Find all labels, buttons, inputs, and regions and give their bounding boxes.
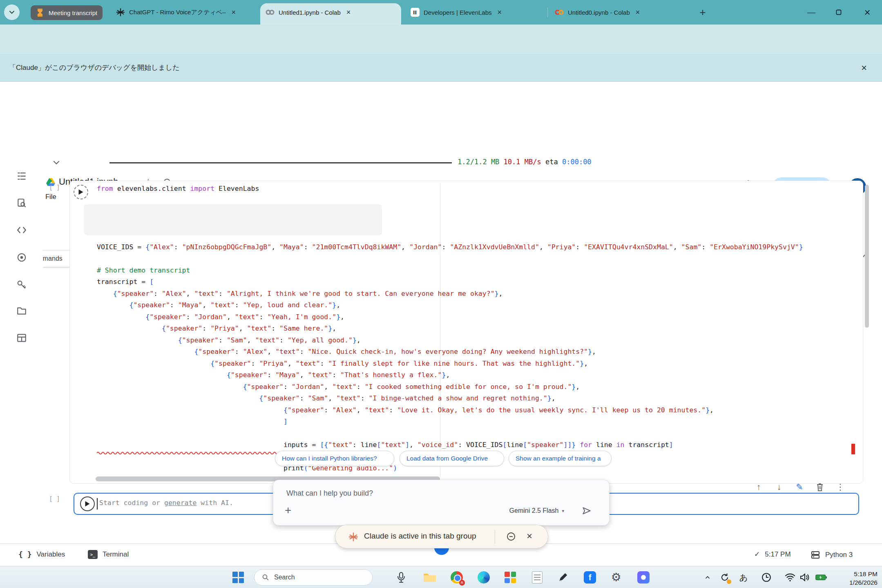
cell-bracket: [ ] xyxy=(49,184,60,191)
tab-title: Untitled1.ipynb - Colab xyxy=(279,9,341,16)
code-snippets-icon[interactable] xyxy=(16,225,27,235)
browser-tab-5[interactable]: Untitled0.ipynb - Colab× xyxy=(555,0,686,25)
new-cell-placeholder[interactable]: Start coding or generate with AI. xyxy=(99,499,233,507)
ai-attach-button[interactable]: + xyxy=(285,504,291,517)
debug-close-icon[interactable]: × xyxy=(861,62,867,74)
delete-cell-button[interactable] xyxy=(815,482,825,492)
settings-app-icon[interactable]: ⚙ xyxy=(609,570,623,584)
kernel-label: Python 3 xyxy=(825,551,853,559)
taskbar-search[interactable]: Search xyxy=(254,569,373,586)
notepad-icon[interactable] xyxy=(530,570,544,584)
wifi-icon[interactable] xyxy=(784,572,796,583)
chat-bubble-icon[interactable] xyxy=(506,532,516,541)
window-minimize-button[interactable]: — xyxy=(802,0,821,25)
error-marker xyxy=(851,444,855,454)
find-replace-icon[interactable] xyxy=(16,198,27,208)
media-app-icon[interactable] xyxy=(636,570,650,584)
microphone-icon[interactable] xyxy=(394,570,408,584)
suggestion-chip[interactable]: Show an example of training a xyxy=(509,451,612,466)
maximize-icon xyxy=(836,9,842,15)
tray-chevron-icon[interactable] xyxy=(702,572,713,583)
toc-icon[interactable] xyxy=(16,171,27,181)
windows-start-button[interactable] xyxy=(231,570,245,584)
clock-app-tray-icon[interactable] xyxy=(761,572,772,583)
tab-close-icon[interactable]: × xyxy=(232,9,236,16)
code-line: inputs = [{"text": line["text"], "voice_… xyxy=(97,439,803,451)
taskbar-clock[interactable]: 5:18 PM 1/26/2026 xyxy=(829,570,878,587)
move-cell-down-button[interactable]: ↓ xyxy=(774,482,784,492)
tab-title: Developers | ElevenLabs xyxy=(424,9,492,16)
suggestion-chip[interactable]: How can I install Python libraries? xyxy=(275,451,394,466)
file-explorer-icon[interactable] xyxy=(422,570,436,584)
code-editor[interactable]: from elevenlabs.client import ElevenLabs… xyxy=(97,183,803,474)
ai-prompt-box[interactable]: What can I help you build? + Gemini 2.5 … xyxy=(273,480,610,525)
tab-title: ChatGPT - Rimo Voiceアクティベ– xyxy=(129,9,226,16)
files-icon[interactable] xyxy=(16,306,27,316)
browser-tab-1[interactable]: Meeting transcript xyxy=(31,5,103,20)
code-line xyxy=(97,195,803,207)
send-prompt-button[interactable] xyxy=(581,505,592,516)
code-line: VOICE_IDS = {"Alex": "pNInz6obpgDQGcFmaJ… xyxy=(97,241,803,253)
volume-icon[interactable] xyxy=(799,572,811,583)
code-line: {"speaker": "Alex", "text": "Love it. Ok… xyxy=(97,405,803,416)
colab-toolbar: Commands + Code ▾ + Text Run all ▾ ⋯ RAM… xyxy=(0,123,882,149)
vertical-scrollbar[interactable] xyxy=(865,185,869,328)
run-cell-button[interactable] xyxy=(80,496,95,511)
tab-close-icon[interactable]: × xyxy=(636,9,640,16)
model-selector[interactable]: Gemini 2.5 Flash ▾ xyxy=(509,507,564,514)
window-maximize-button[interactable] xyxy=(829,0,848,25)
code-line xyxy=(97,218,803,230)
edge-icon[interactable] xyxy=(477,570,491,584)
secrets-icon[interactable] xyxy=(16,279,27,290)
sync-tray-icon[interactable] xyxy=(719,572,730,583)
colab-gray-icon xyxy=(266,8,275,17)
f-app-icon[interactable]: f xyxy=(583,570,597,584)
terminal-button[interactable]: >_ Terminal xyxy=(88,550,129,559)
cell-toolbar: ↑ ↓ ✎ ⋮ xyxy=(754,482,845,492)
pen-tool-icon[interactable] xyxy=(556,570,570,584)
progress-size: 1.2/1.2 MB xyxy=(458,158,499,166)
app-grid-icon[interactable] xyxy=(503,570,517,584)
ai-prompt-placeholder[interactable]: What can I help you build? xyxy=(286,489,373,498)
output-collapse-icon[interactable] xyxy=(51,158,61,168)
edit-cell-button[interactable]: ✎ xyxy=(795,482,804,492)
colab-sidebar xyxy=(0,149,43,543)
move-cell-up-button[interactable]: ↑ xyxy=(754,482,764,492)
chevron-down-icon: ▾ xyxy=(562,508,564,514)
code-line: {"speaker": "Maya", "text": "That's hone… xyxy=(97,369,803,381)
tab-close-icon[interactable]: × xyxy=(498,9,502,16)
claude-toast: Claude is active in this tab group × xyxy=(335,525,548,548)
terminal-icon: >_ xyxy=(88,550,98,559)
spellcheck-squiggle xyxy=(97,451,287,454)
pip-progress-bar xyxy=(109,162,452,163)
code-line: {"speaker": "Alex", "text": "Alright, I … xyxy=(97,288,803,300)
data-table-icon[interactable] xyxy=(16,333,27,343)
new-tab-button[interactable]: + xyxy=(697,7,708,18)
menu-file[interactable]: File xyxy=(45,193,56,201)
window-close-button[interactable]: × xyxy=(858,0,877,25)
browser-tab-4[interactable]: IIDevelopers | ElevenLabs× xyxy=(411,0,541,25)
code-line: ] xyxy=(97,416,803,428)
code-line: transcript = [ xyxy=(97,276,803,288)
play-icon xyxy=(85,501,90,507)
browser-tab-3[interactable]: Untitled1.ipynb - Colab× xyxy=(266,0,395,25)
generate-link[interactable]: generate xyxy=(164,499,196,507)
taskbar-time: 5:18 PM xyxy=(829,570,878,578)
scratch-cell-icon[interactable] xyxy=(16,252,27,263)
run-cell-button[interactable] xyxy=(74,185,88,199)
screen: Meeting transcriptChatGPT - Rimo Voiceアク… xyxy=(0,0,882,588)
taskbar-date: 1/26/2026 xyxy=(829,578,878,587)
suggestion-chip[interactable]: Load data from Google Drive xyxy=(400,451,504,466)
kernel-status[interactable]: Python 3 xyxy=(811,550,853,560)
tab-search-button[interactable] xyxy=(4,4,20,20)
ime-indicator[interactable]: あ xyxy=(738,572,749,583)
browser-tab-2[interactable]: ChatGPT - Rimo Voiceアクティベ–× xyxy=(116,0,251,25)
toast-close-icon[interactable]: × xyxy=(527,530,532,542)
progress-eta: 0:00:00 xyxy=(562,158,592,166)
battery-icon xyxy=(815,572,827,583)
chatgpt-icon xyxy=(116,8,125,17)
chrome-icon[interactable]: R xyxy=(450,570,464,584)
tab-close-icon[interactable]: × xyxy=(346,9,351,16)
variables-button[interactable]: { } Variables xyxy=(18,550,65,559)
cell-more-options-button[interactable]: ⋮ xyxy=(835,482,845,492)
